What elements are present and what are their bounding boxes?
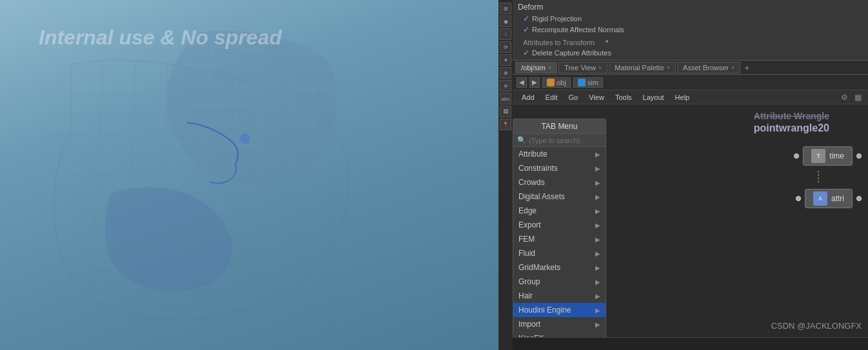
- time-node[interactable]: T time: [803, 146, 853, 166]
- toolbar-btn-1[interactable]: ⊞: [500, 3, 511, 14]
- path-obj-label: obj: [557, 79, 566, 86]
- attr-row: Attributes to Transform *: [523, 39, 863, 46]
- tab-tree-view[interactable]: Tree View ×: [558, 62, 607, 73]
- menu-item-constraints-arrow: ▶: [595, 165, 600, 172]
- menu-view[interactable]: View: [584, 92, 609, 102]
- toolbar-btn-3[interactable]: ↕: [500, 28, 511, 40]
- toolbar-btn-9[interactable]: 🖼: [500, 106, 511, 117]
- tab-asset-browser[interactable]: Asset Browser ×: [677, 62, 740, 73]
- attri-node[interactable]: A attri: [805, 189, 853, 208]
- menu-tools[interactable]: Tools: [610, 92, 637, 102]
- attr-label: Attributes to Transform: [523, 39, 600, 46]
- tab-material-palette-label: Material Palette: [615, 64, 664, 72]
- network-canvas[interactable]: Attribute Wrangle pointwrangle20 T time: [513, 104, 868, 337]
- svg-point-32: [240, 133, 250, 144]
- toolbar-btn-5[interactable]: ✦: [500, 54, 511, 66]
- tab-asset-browser-close[interactable]: ×: [731, 64, 735, 71]
- menu-item-gridmarkets-label: GridMarkets: [518, 263, 560, 272]
- menu-item-attribute[interactable]: Attribute ▶: [513, 147, 606, 161]
- time-node-icon: T: [811, 149, 825, 163]
- toolbar-btn-6[interactable]: ⊕: [500, 67, 511, 79]
- menu-add[interactable]: Add: [517, 92, 540, 102]
- tab-menu-overlay: TAB Menu 🔍 Attribute ▶ Constraints ▶: [513, 104, 868, 337]
- tab-menu-search-input[interactable]: [529, 137, 602, 144]
- menu-item-fluid-label: Fluid: [518, 249, 535, 258]
- toolbar-btn-7[interactable]: ≋: [500, 80, 511, 92]
- menu-help[interactable]: Help: [670, 92, 695, 102]
- menu-item-fem[interactable]: FEM ▶: [513, 232, 606, 246]
- toolbar-btn-10[interactable]: 📍: [500, 119, 511, 130]
- toolbar-btn-4[interactable]: ⟳: [500, 41, 511, 53]
- menu-item-export-label: Export: [518, 220, 541, 229]
- node-wrangle-title: Attribute Wrangle: [754, 111, 829, 121]
- viewport-area: Internal use & No spread ⊞ ◉ ↕ ⟳ ✦ ⊕ ≋ a…: [0, 0, 513, 350]
- deform-option-recompute: ✓ Recompute Affected Normals: [523, 25, 863, 34]
- tab-tree-view-close[interactable]: ×: [598, 64, 602, 71]
- menu-item-group[interactable]: Group ▶: [513, 275, 606, 289]
- menu-go[interactable]: Go: [564, 92, 584, 102]
- path-item-obj[interactable]: obj: [542, 77, 571, 88]
- connection-svg: [809, 171, 828, 184]
- menu-item-group-arrow: ▶: [595, 278, 600, 286]
- nav-forward-button[interactable]: ▶: [529, 77, 540, 88]
- menu-item-houdini-engine-arrow: ▶: [595, 307, 600, 314]
- checkbox-recompute-icon: ✓: [523, 25, 529, 34]
- tab-add-button[interactable]: +: [742, 63, 752, 73]
- menu-item-export[interactable]: Export ▶: [513, 218, 606, 232]
- search-icon: 🔍: [517, 136, 526, 144]
- menu-item-kinefx-arrow: ▶: [595, 335, 600, 338]
- menu-item-export-arrow: ▶: [595, 222, 600, 229]
- nodes-area: T time A attri: [794, 146, 862, 208]
- menu-item-crowds[interactable]: Crowds ▶: [513, 175, 606, 190]
- menu-item-kinefx[interactable]: KineFX ▶: [513, 331, 606, 337]
- menu-item-hair[interactable]: Hair ▶: [513, 289, 606, 303]
- menu-edit[interactable]: Edit: [540, 92, 563, 102]
- checkbox-delete-icon: ✓: [523, 48, 529, 57]
- tab-obj-sim[interactable]: /obj/sim ×: [515, 62, 557, 73]
- settings-icon[interactable]: ⚙: [838, 92, 851, 102]
- path-item-sim[interactable]: sim: [573, 77, 603, 88]
- tab-material-palette[interactable]: Material Palette ×: [609, 62, 676, 73]
- menu-item-fem-label: FEM: [518, 235, 535, 244]
- attri-node-row: A attri: [796, 189, 862, 208]
- attri-node-label: attri: [831, 194, 844, 203]
- layout-icon[interactable]: ▦: [852, 92, 864, 102]
- node-subtitle: pointwrangle20: [754, 122, 829, 134]
- nav-back-button[interactable]: ◀: [517, 77, 527, 88]
- deform-title: Deform: [518, 3, 863, 12]
- menu-item-constraints[interactable]: Constraints ▶: [513, 161, 606, 175]
- deform-option-rigid: ✓ Rigid Projection: [523, 14, 863, 23]
- tab-bar: /obj/sim × Tree View × Material Palette …: [513, 61, 868, 75]
- bottom-status: [513, 337, 868, 350]
- deform-panel: Deform ✓ Rigid Projection ✓ Recompute Af…: [513, 0, 868, 61]
- node-wrangle-id: pointwrangle20: [754, 122, 829, 133]
- svg-line-12: [90, 64, 103, 316]
- menu-item-gridmarkets[interactable]: GridMarkets ▶: [513, 260, 606, 275]
- menu-item-gridmarkets-arrow: ▶: [595, 264, 600, 271]
- menu-item-edge[interactable]: Edge ▶: [513, 204, 606, 218]
- tab-material-palette-close[interactable]: ×: [667, 64, 670, 71]
- tab-menu[interactable]: TAB Menu 🔍 Attribute ▶ Constraints ▶: [513, 119, 606, 337]
- toolbar-btn-8[interactable]: abc: [500, 93, 511, 104]
- menu-item-digital-assets[interactable]: Digital Assets ▶: [513, 190, 606, 204]
- menu-item-houdini-engine[interactable]: Houdini Engine ▶: [513, 303, 606, 317]
- menu-item-attribute-arrow: ▶: [595, 151, 600, 158]
- menu-item-crowds-label: Crowds: [518, 178, 545, 187]
- node-dot-left-time: [794, 153, 799, 159]
- time-node-label: time: [829, 151, 844, 160]
- menu-item-fluid[interactable]: Fluid ▶: [513, 246, 606, 260]
- tab-menu-header: TAB Menu: [513, 119, 606, 134]
- menu-item-kinefx-label: KineFX: [518, 334, 544, 337]
- tab-obj-sim-label: /obj/sim: [521, 64, 546, 72]
- tab-asset-browser-label: Asset Browser: [683, 64, 729, 72]
- tab-menu-search: 🔍: [513, 134, 606, 147]
- svg-line-11: [110, 306, 313, 311]
- path-bar: ◀ ▶ obj sim: [513, 75, 868, 90]
- tab-obj-sim-close[interactable]: ×: [548, 64, 551, 71]
- menu-item-houdini-engine-label: Houdini Engine: [518, 306, 571, 315]
- menu-item-import[interactable]: Import ▶: [513, 317, 606, 331]
- viewport-bg: Internal use & No spread ⊞ ◉ ↕ ⟳ ✦ ⊕ ≋ a…: [0, 0, 513, 350]
- svg-line-4: [52, 173, 351, 174]
- toolbar-btn-2[interactable]: ◉: [500, 15, 511, 27]
- menu-layout[interactable]: Layout: [638, 92, 669, 102]
